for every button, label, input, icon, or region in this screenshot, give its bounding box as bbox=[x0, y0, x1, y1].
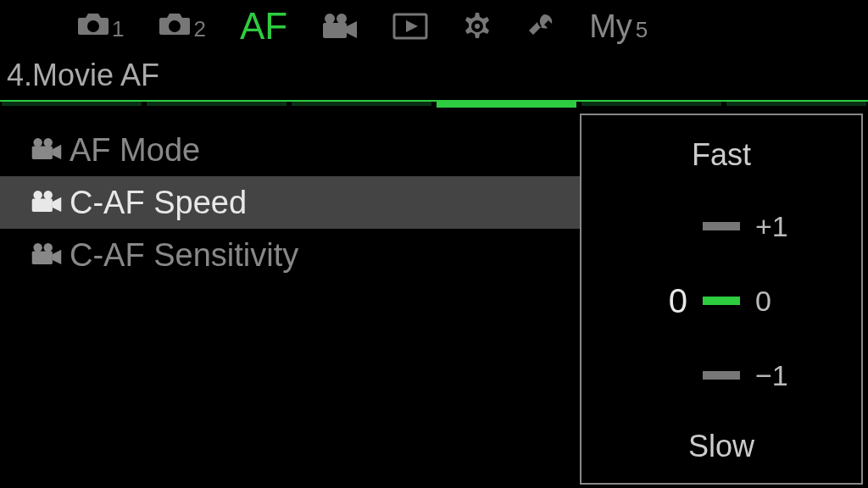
svg-point-1 bbox=[337, 14, 347, 24]
tab-settings[interactable] bbox=[462, 11, 492, 42]
slider-tick-row: 0 0 bbox=[581, 280, 861, 322]
movie-camera-icon bbox=[321, 13, 359, 40]
svg-point-4 bbox=[33, 138, 42, 147]
svg-rect-12 bbox=[32, 251, 53, 264]
movie-camera-icon bbox=[31, 132, 63, 169]
menu-item-caf-speed[interactable]: C-AF Speed bbox=[0, 176, 580, 229]
menu-item-label: C-AF Speed bbox=[70, 185, 247, 221]
subtab-segment[interactable] bbox=[147, 102, 287, 106]
slider-tick-label: 0 bbox=[755, 285, 810, 318]
svg-rect-6 bbox=[32, 146, 53, 159]
slider-current-value: 0 bbox=[633, 282, 687, 320]
movie-camera-icon bbox=[31, 185, 63, 221]
tab-my-label: My bbox=[589, 8, 632, 45]
tab-camera-1[interactable]: 1 bbox=[76, 11, 124, 42]
top-tab-bar: 1 2 AF My 5 bbox=[0, 0, 868, 53]
tab-af-label: AF bbox=[240, 5, 287, 47]
wrench-icon bbox=[526, 12, 555, 41]
movie-camera-icon bbox=[31, 237, 63, 274]
value-slider-panel[interactable]: Fast +1 0 0 −1 Slow bbox=[580, 114, 863, 485]
subtab-segment[interactable] bbox=[2, 102, 142, 106]
subtab-segment[interactable] bbox=[726, 102, 866, 106]
tab-camera-2-sub: 2 bbox=[193, 16, 205, 42]
menu-item-caf-sensitivity[interactable]: C-AF Sensitivity bbox=[0, 229, 580, 281]
svg-rect-9 bbox=[32, 198, 53, 212]
svg-point-11 bbox=[44, 243, 53, 252]
menu-item-af-mode[interactable]: AF Mode bbox=[0, 124, 580, 176]
tab-my-sup: 5 bbox=[636, 17, 648, 43]
menu-list: AF Mode C-AF Speed C-AF Sensitivity bbox=[0, 108, 580, 488]
tab-movie[interactable] bbox=[321, 13, 359, 40]
svg-point-10 bbox=[33, 243, 42, 252]
camera-icon bbox=[76, 11, 110, 36]
tab-af[interactable]: AF bbox=[240, 5, 287, 47]
slider-tick bbox=[703, 222, 740, 230]
svg-point-0 bbox=[325, 14, 335, 24]
camera-icon bbox=[158, 11, 192, 36]
tab-tools[interactable] bbox=[526, 12, 555, 41]
slider-tick bbox=[703, 297, 740, 305]
slider-tick-row: −1 bbox=[581, 354, 861, 396]
svg-point-7 bbox=[33, 191, 42, 199]
playback-icon bbox=[392, 13, 428, 40]
subtab-strip bbox=[0, 100, 868, 108]
tab-camera-1-sub: 1 bbox=[112, 16, 124, 42]
slider-tick-label: +1 bbox=[755, 210, 810, 243]
slider-bottom-label: Slow bbox=[688, 429, 754, 464]
menu-item-label: AF Mode bbox=[70, 132, 200, 169]
subtab-segment[interactable] bbox=[437, 100, 576, 108]
tab-my[interactable]: My 5 bbox=[589, 8, 648, 45]
subtab-segment[interactable] bbox=[292, 102, 431, 106]
subtab-segment[interactable] bbox=[581, 102, 721, 106]
svg-point-5 bbox=[44, 138, 53, 147]
tab-playback[interactable] bbox=[392, 13, 428, 40]
section-title: 4.Movie AF bbox=[0, 53, 868, 102]
slider-tick-label: −1 bbox=[755, 359, 810, 392]
gear-icon bbox=[462, 11, 492, 42]
slider-tick bbox=[703, 371, 740, 380]
svg-rect-2 bbox=[323, 23, 347, 38]
slider-tick-row: +1 bbox=[581, 205, 861, 247]
svg-point-8 bbox=[44, 191, 53, 199]
tab-camera-2[interactable]: 2 bbox=[158, 11, 205, 42]
slider-top-label: Fast bbox=[692, 137, 751, 173]
main-area: AF Mode C-AF Speed C-AF Sensitivity Fast… bbox=[0, 108, 868, 488]
menu-item-label: C-AF Sensitivity bbox=[70, 237, 298, 274]
